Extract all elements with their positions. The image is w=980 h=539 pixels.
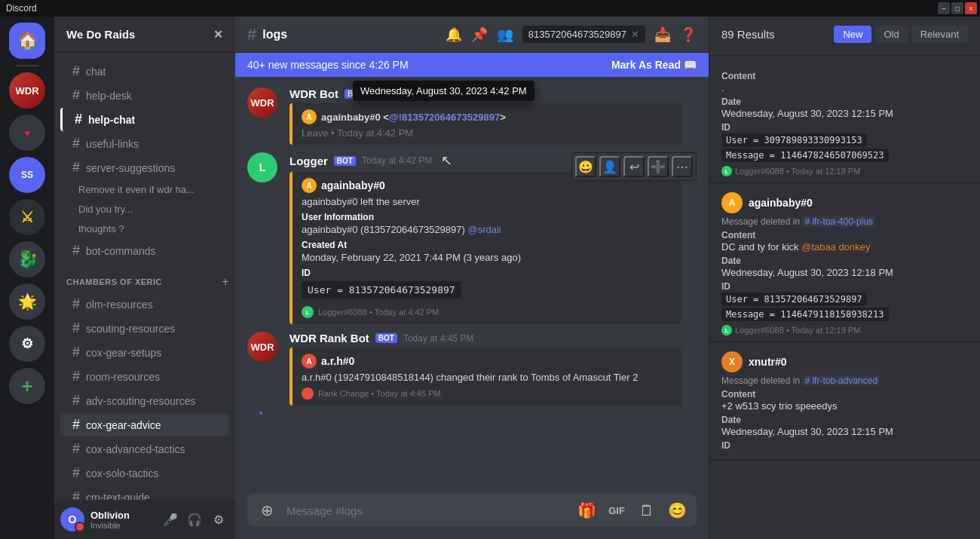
- channel-item-olm-resources[interactable]: # olm-resources: [60, 292, 229, 316]
- help-icon[interactable]: ❓: [680, 26, 697, 43]
- hash-icon: #: [72, 417, 80, 433]
- filter-tab-relevant[interactable]: Relevant: [911, 26, 968, 43]
- headphone-button[interactable]: 🎧: [184, 509, 205, 530]
- channel-tools: 🔔 📌 👥 813572064673529897 ✕ 📥 ❓: [446, 26, 697, 43]
- channel-item-chat[interactable]: # chat: [60, 60, 229, 83]
- maximize-button[interactable]: □: [951, 2, 963, 14]
- filter-tab-new[interactable]: New: [834, 26, 871, 43]
- result-highlight: Message = 1146478246507069523: [721, 149, 889, 162]
- channel-item-thoughts[interactable]: thoughts ?: [60, 219, 229, 238]
- search-value: 813572064673529897: [528, 29, 626, 40]
- channel-item-scouting-resources[interactable]: # scouting-resources: [60, 317, 229, 340]
- result-user-info: X xnutr#0: [721, 351, 968, 372]
- server-icon-wdr[interactable]: WDR: [9, 72, 45, 109]
- more-options-button[interactable]: ⋯: [672, 156, 693, 177]
- reply-button[interactable]: ↩: [623, 156, 645, 177]
- channel-item-remove-wdr[interactable]: Remove it even if wdr ha...: [60, 180, 229, 199]
- gif-button[interactable]: GIF: [603, 497, 630, 524]
- channel-hash-icon: #: [247, 25, 256, 44]
- avatar: L: [247, 152, 277, 182]
- hash-icon: #: [72, 369, 80, 384]
- emoji-button[interactable]: 😊: [663, 497, 691, 524]
- embed-author: A againbaby#0 <@!813572064673529897>: [302, 109, 672, 124]
- settings-button[interactable]: ⚙: [208, 509, 229, 530]
- footer-avatar: [302, 387, 314, 400]
- server-icon-3[interactable]: SS: [9, 157, 45, 193]
- gift-button[interactable]: 🎁: [573, 497, 600, 524]
- channel-item-adv-scouting[interactable]: # adv-scouting-resources: [60, 389, 229, 412]
- hash-icon: #: [72, 63, 80, 79]
- add-reaction-button[interactable]: ➕: [648, 156, 669, 177]
- channel-mention: # lfr-toa-400-plus: [802, 216, 875, 227]
- channel-item-server-suggestions[interactable]: # server-suggestions: [60, 156, 229, 179]
- server-icon-5[interactable]: 🐉: [9, 241, 45, 277]
- created-at-header: Created At: [302, 240, 672, 250]
- user-status: Invisible: [90, 521, 154, 530]
- channel-item-did-you-try[interactable]: Did you try...: [60, 200, 229, 219]
- server-icon-2[interactable]: ♥: [9, 115, 45, 151]
- channel-item-room-resources[interactable]: # room-resources: [60, 365, 229, 388]
- app-title: Discord: [0, 3, 37, 14]
- server-icon-4[interactable]: ⚔: [9, 199, 45, 235]
- message-author: WDR Rank Bot: [289, 332, 369, 345]
- server-sidebar: 🏠 WDR ♥ SS ⚔ 🐉 🌟 ⚙ +: [0, 17, 54, 539]
- channel-item-cm-text-guide[interactable]: # cm-text-guide: [60, 485, 229, 500]
- channel-item-help-desk[interactable]: # help-desk: [60, 84, 229, 107]
- message-group: L Logger BOT Today at 4:42 PM ↖ A againb…: [235, 149, 709, 327]
- add-server-button[interactable]: +: [9, 368, 45, 404]
- server-icon-home[interactable]: 🏠: [9, 23, 45, 59]
- channel-item-cox-gear-setups[interactable]: # cox-gear-setups: [60, 341, 229, 364]
- hash-icon: #: [72, 160, 80, 176]
- channel-item-cox-solo[interactable]: # cox-solo-tactics: [60, 461, 229, 485]
- hash-icon: #: [72, 87, 80, 103]
- channel-item-help-chat[interactable]: # help-chat: [60, 108, 229, 131]
- inbox-icon[interactable]: 📥: [654, 26, 671, 43]
- hash-icon: #: [72, 465, 80, 481]
- result-user-avatar: A: [721, 192, 743, 213]
- server-icon-6[interactable]: 🌟: [9, 283, 45, 320]
- hash-icon: #: [72, 393, 80, 409]
- left-server-text: againbaby#0 left the server: [302, 196, 672, 207]
- rank-bot-embed: A a.r.h#0 a.r.h#0 (19247910848518144) ch…: [289, 348, 681, 406]
- minimize-button[interactable]: −: [938, 2, 950, 14]
- channel-header: # logs 🔔 📌 👥 813572064673529897 ✕ 📥 ❓: [235, 17, 709, 53]
- result-id: ID User = 813572064673529897 Message = 1…: [721, 281, 968, 322]
- result-username: xnutr#0: [749, 356, 787, 368]
- channel-item-bot-commands[interactable]: # bot-commands: [60, 239, 229, 262]
- message-input[interactable]: [286, 496, 567, 525]
- message-deleted-in: Message deleted in # lfr-toa-400-plus: [721, 216, 968, 227]
- user-controls: 🎤 🎧 ⚙: [160, 509, 229, 530]
- close-button[interactable]: ×: [965, 2, 977, 14]
- filter-tab-old[interactable]: Old: [874, 26, 908, 43]
- section-header-cox[interactable]: CHAMBERS OF XERIC +: [54, 263, 235, 292]
- embed-user-avatar: A: [302, 354, 317, 369]
- rank-change-text: a.r.h#0 (19247910848518144) changed thei…: [302, 372, 672, 383]
- message-content: WDR Bot BOT Today at 4:42 PM A againbaby…: [289, 87, 697, 145]
- hash-icon: #: [72, 441, 80, 457]
- microphone-button[interactable]: 🎤: [160, 509, 181, 530]
- channel-item-cox-advanced[interactable]: # cox-advanced-tactics: [60, 437, 229, 461]
- pin-icon[interactable]: 📌: [471, 26, 488, 43]
- bell-icon[interactable]: 🔔: [446, 26, 462, 43]
- message-header: WDR Rank Bot BOT Today at 4:45 PM: [289, 332, 697, 345]
- add-content-button[interactable]: ⊕: [253, 497, 280, 524]
- plus-icon[interactable]: +: [222, 275, 229, 289]
- search-box[interactable]: 813572064673529897 ✕: [522, 26, 645, 43]
- server-icon-7[interactable]: ⚙: [9, 326, 45, 362]
- messages-container: WDR WDR Bot BOT Today at 4:42 PM A again…: [235, 77, 709, 494]
- more-button[interactable]: 👤: [599, 156, 620, 177]
- react-button[interactable]: 😀: [575, 156, 596, 177]
- channel-name: logs: [262, 28, 287, 41]
- members-icon[interactable]: 👥: [497, 26, 513, 43]
- server-header[interactable]: We Do Raids ✕: [54, 17, 235, 53]
- id-value: User = 813572064673529897: [302, 281, 461, 299]
- hash-icon: #: [72, 136, 80, 152]
- result-id: ID: [721, 440, 968, 451]
- channel-item-useful-links[interactable]: # useful-links: [60, 132, 229, 155]
- new-messages-indicator: [259, 412, 262, 415]
- message-timestamp: Today at 4:45 PM: [403, 333, 473, 344]
- sticker-button[interactable]: 🗒: [633, 497, 660, 524]
- channel-item-cox-gear-advice[interactable]: # cox-gear-advice: [60, 413, 229, 436]
- mark-as-read-button[interactable]: Mark As Read 📖: [611, 59, 697, 71]
- embed-footer: Rank Change • Today at 4:45 PM: [302, 387, 672, 400]
